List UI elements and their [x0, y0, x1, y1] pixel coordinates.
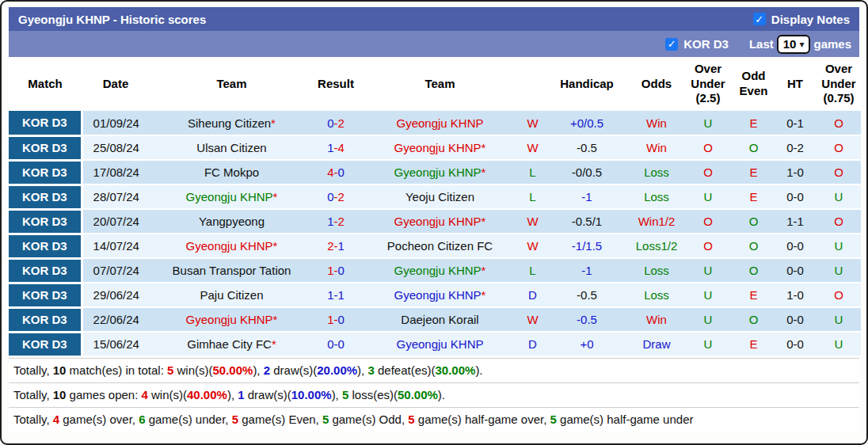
team-name: Gyeongju KHNP*	[150, 307, 314, 332]
display-notes-checkbox[interactable]: ✓	[753, 13, 766, 25]
team-name: Gyeongju KHNP*	[358, 135, 522, 160]
over-under-0-75: O	[817, 111, 861, 135]
team-name: Yangpyeong	[150, 209, 314, 234]
team-name: Gyeongju KHNP*	[150, 184, 314, 209]
title-bar: Gyeongju KHNP - Historic scores ✓ Displa…	[9, 7, 859, 31]
match-result: 1-2	[314, 209, 358, 234]
match-date: 17/08/24	[82, 160, 150, 184]
handicap-value: -0.5	[543, 283, 630, 307]
league-badge: KOR D3	[9, 283, 82, 307]
team-star-marker: *	[482, 141, 486, 154]
league-badge: KOR D3	[9, 160, 82, 184]
match-date: 25/08/24	[82, 135, 150, 160]
table-row: KOR D322/06/24Gyeongju KHNP*1-0Daejeon K…	[9, 307, 861, 332]
summary-block: Totally, 10 match(es) in total: 5 win(s)…	[9, 358, 859, 432]
table-row: KOR D314/07/24Gyeongju KHNP*2-1Pocheon C…	[9, 234, 861, 258]
over-under-0-75: U	[817, 258, 861, 283]
column-header-team: Team	[150, 57, 314, 111]
match-date: 22/06/24	[82, 307, 150, 332]
team-name: Gyeongju KHNP*	[358, 160, 522, 184]
wdl-indicator: W	[522, 307, 543, 332]
over-under-0-75: O	[817, 135, 861, 160]
over-under-2-5: O	[683, 234, 733, 258]
team-name: Yeoju Citizen	[358, 184, 522, 209]
table-row: KOR D320/07/24Yangpyeong1-2Gyeongju KHNP…	[9, 209, 861, 234]
wdl-indicator: W	[522, 135, 543, 160]
odds-result: Loss	[630, 258, 683, 283]
odds-result: Loss	[630, 160, 683, 184]
handicap-value: -0.5	[543, 307, 630, 332]
match-result: 1-1	[314, 283, 358, 307]
over-under-2-5: U	[683, 184, 733, 209]
league-badge: KOR D3	[9, 234, 82, 258]
league-badge: KOR D3	[9, 111, 82, 135]
over-under-0-75: O	[817, 283, 861, 307]
odd-even: E	[733, 283, 774, 307]
team-star-marker: *	[273, 313, 278, 326]
odds-result: Loss	[630, 283, 683, 307]
matches-table: MatchDateTeamResultTeamHandicapOddsOver …	[9, 57, 861, 358]
odd-even: O	[733, 234, 774, 258]
handicap-value: -0.5	[543, 135, 630, 160]
column-header-odd-even: Odd Even	[733, 57, 774, 111]
wdl-indicator: L	[522, 258, 543, 283]
over-under-2-5: U	[683, 258, 733, 283]
odds-result: Loss1/2	[630, 234, 683, 258]
half-time-score: 0-0	[774, 307, 817, 332]
table-header-row: MatchDateTeamResultTeamHandicapOddsOver …	[9, 57, 861, 111]
table-row: KOR D317/08/24FC Mokpo4-0Gyeongju KHNP*L…	[9, 160, 861, 184]
half-time-score: 0-0	[774, 258, 817, 283]
team-star-marker: *	[482, 215, 486, 228]
over-under-0-75: U	[817, 184, 861, 209]
odd-even: O	[733, 209, 774, 234]
table-row: KOR D315/06/24Gimhae City FC*0-0Gyeongju…	[9, 332, 861, 356]
wdl-indicator: D	[522, 332, 543, 356]
odds-result: Draw	[630, 332, 683, 356]
column-header-date: Date	[82, 57, 150, 111]
table-row: KOR D301/09/24Siheung Citizen*0-2Gyeongj…	[9, 111, 861, 135]
column-header-handicap: Handicap	[543, 57, 630, 111]
team-name: Gyeongju KHNP	[358, 332, 522, 356]
league-filter-label: KOR D3	[683, 37, 729, 51]
last-games-select[interactable]: 10 ▾	[777, 35, 811, 54]
table-row: KOR D329/06/24Paju Citizen1-1Gyeongju KH…	[9, 283, 861, 307]
over-under-0-75: U	[817, 307, 861, 332]
over-under-2-5: O	[683, 160, 733, 184]
table-row: KOR D325/08/24Ulsan Citizen1-4Gyeongju K…	[9, 135, 861, 160]
match-date: 01/09/24	[82, 111, 150, 135]
league-filter-checkbox[interactable]: ✓	[665, 38, 678, 51]
wdl-indicator: L	[522, 184, 543, 209]
filter-bar: ✓ KOR D3 Last 10 ▾ games	[9, 31, 859, 57]
team-name: Gyeongju KHNP*	[358, 283, 522, 307]
summary-line: Totally, 4 game(s) over, 6 game(s) under…	[9, 407, 859, 432]
team-star-marker: *	[273, 239, 278, 253]
match-date: 29/06/24	[82, 283, 150, 307]
team-star-marker: *	[271, 116, 276, 130]
half-time-score: 0-0	[774, 184, 817, 209]
wdl-indicator: W	[522, 234, 543, 258]
odd-even: O	[733, 307, 774, 332]
column-header-result: Result	[314, 57, 358, 111]
match-date: 20/07/24	[82, 209, 150, 234]
column-header-over-under-2.5-: Over Under (2.5)	[683, 57, 733, 111]
over-under-0-75: U	[817, 234, 861, 258]
odds-result: Win	[630, 111, 683, 135]
team-star-marker: *	[482, 264, 486, 277]
league-badge: KOR D3	[9, 258, 82, 283]
league-badge: KOR D3	[9, 135, 82, 160]
summary-line: Totally, 10 match(es) in total: 5 win(s)…	[9, 358, 859, 382]
match-result: 2-1	[314, 234, 358, 258]
handicap-value: -0/0.5	[543, 160, 630, 184]
team-name: Gyeongju KHNP*	[358, 209, 522, 234]
table-row: KOR D307/07/24Busan Transpor Tation1-0Gy…	[9, 258, 861, 283]
handicap-value: -0.5/1	[543, 209, 630, 234]
match-date: 14/07/24	[82, 234, 150, 258]
handicap-value: -1/1.5	[543, 234, 630, 258]
handicap-value: -1	[543, 258, 630, 283]
match-result: 0-2	[314, 111, 358, 135]
match-result: 0-0	[314, 332, 358, 356]
last-games-selected-value: 10	[783, 37, 797, 51]
page-title: Gyeongju KHNP - Historic scores	[18, 13, 206, 26]
column-header-wdl	[522, 57, 543, 111]
team-star-marker: *	[273, 190, 278, 203]
